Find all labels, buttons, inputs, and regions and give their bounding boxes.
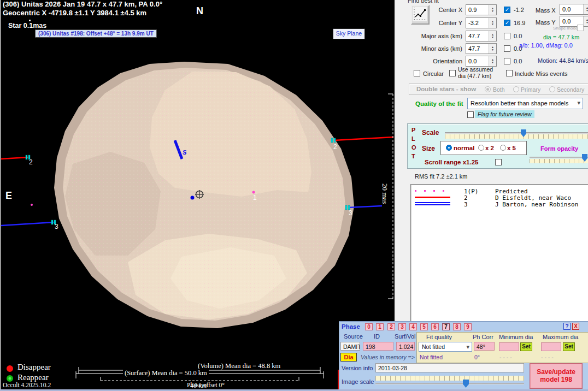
minor-axis-label: Minor axis (km)	[418, 45, 462, 52]
min-dia-swatch[interactable]	[499, 342, 519, 351]
chevron-down-icon: ▾	[466, 343, 469, 351]
set-max-dia-button[interactable]: Set	[563, 342, 575, 351]
center-y-checkbox[interactable]	[504, 20, 510, 26]
phase-button-9[interactable]: 9	[464, 323, 472, 330]
major-axis-spinner[interactable]: ▲▼	[489, 31, 496, 41]
flag-review-checkbox[interactable]	[467, 111, 474, 118]
fit-quality-dropdown[interactable]: Not fitted ▾	[419, 342, 472, 352]
double-primary-radio[interactable]	[513, 86, 519, 92]
orientation-input[interactable]: 0.0 ▲▼	[466, 56, 497, 67]
shape-model-checkbox[interactable]	[577, 25, 584, 31]
phase-button-2[interactable]: 2	[387, 323, 395, 330]
chord-2-left[interactable]	[1, 155, 30, 159]
scale-slider-track[interactable]	[445, 132, 588, 134]
set-min-dia-button[interactable]: Set	[520, 342, 532, 351]
phase-button-7[interactable]: 7	[442, 323, 450, 330]
observer-number: 3	[464, 201, 468, 208]
observer-list[interactable]: 1(P) Predicted 2 D Eisfeldt, near Waco 3…	[410, 184, 588, 321]
circular-checkbox[interactable]	[414, 70, 420, 76]
save-button-line2: model 198	[530, 376, 582, 383]
center-x-spinner[interactable]: ▲▼	[489, 5, 496, 15]
orientation-checkbox[interactable]	[504, 58, 510, 64]
minor-axis-spinner[interactable]: ▲▼	[489, 44, 496, 54]
version-info-field[interactable]: 2011-03-28	[375, 363, 524, 372]
occult-app-window: (306) Unitas 2026 Jan 19 47.7 x 47.7 km,…	[0, 0, 588, 391]
mass-x-input[interactable]: 0.0 ▲▼	[560, 4, 588, 15]
ph-corr-field[interactable]: 48°	[474, 342, 495, 351]
center-x-checkbox[interactable]	[504, 7, 510, 13]
double-primary-label: Primary	[521, 86, 540, 93]
predicted-center-dot	[252, 191, 255, 194]
predicted-line-sample	[415, 190, 450, 192]
observer-name: J Barton, near Robinson	[495, 201, 578, 208]
minor-axis-checkbox[interactable]	[504, 45, 510, 52]
shape-model-label: Shape model	[553, 26, 579, 31]
chord-1-label: 1	[253, 194, 257, 202]
minor-axis-input[interactable]: 47.7 ▲▼	[466, 43, 497, 54]
image-scale-label: Image scale	[342, 378, 374, 385]
chord2-line-sample	[415, 197, 450, 198]
chord-2-left-label: 2	[29, 158, 33, 166]
quality-dropdown[interactable]: Resolution better than shape models ▾	[467, 98, 583, 109]
max-dia-swatch[interactable]	[541, 342, 561, 351]
center-y-value: -3.2	[466, 18, 489, 28]
star-dot	[29, 20, 31, 21]
include-miss-checkbox[interactable]	[506, 70, 513, 76]
mass-x-spinner[interactable]: ▲▼	[583, 4, 588, 14]
orientation-value: 0.0	[466, 56, 489, 66]
list-item[interactable]: 1(P) Predicted	[411, 188, 588, 194]
list-item[interactable]: 2 D Eisfeldt, near Waco	[411, 194, 588, 201]
center-y-input[interactable]: -3.2 ▲▼	[466, 17, 497, 28]
circular-label: Circular	[423, 70, 444, 77]
double-secondary-radio[interactable]	[549, 86, 555, 92]
phase-button-6[interactable]: 6	[431, 323, 439, 330]
double-secondary-label: Secondary	[557, 86, 584, 93]
asteroid-plot-canvas	[1, 0, 396, 391]
mass-y-input[interactable]: 0.0 ▲▼	[560, 16, 588, 27]
image-scale-track[interactable]	[375, 383, 524, 384]
list-item[interactable]: 3 J Barton, near Robinson	[411, 201, 588, 208]
close-button[interactable]: X	[572, 323, 579, 330]
dia-button[interactable]: Dia	[340, 353, 357, 362]
volume-scale-label: (Volume) Mean dia = 48.8 km	[198, 362, 280, 370]
ph-corr-header: Ph Corr	[473, 334, 493, 340]
phase-button-8[interactable]: 8	[453, 323, 461, 330]
use-assumed-dia-checkbox[interactable]	[449, 70, 456, 76]
center-x-input[interactable]: 0.9 ▲▼	[466, 4, 497, 15]
save-update-model-button[interactable]: Save/update model 198	[530, 363, 583, 389]
form-opacity-track[interactable]	[530, 157, 588, 158]
double-both-radio[interactable]	[485, 86, 491, 92]
phase-button-1[interactable]: 1	[376, 323, 384, 330]
help-button[interactable]: ?	[563, 323, 571, 330]
plot-title: (306) Unitas 2026 Jan 19 47.7 x 47.7 km,…	[3, 0, 162, 8]
find-best-fit-title: Find best fit	[408, 0, 439, 4]
phase-button-0[interactable]: 0	[365, 323, 373, 330]
chord-2-right[interactable]	[331, 137, 393, 143]
size-x2-radio[interactable]	[478, 145, 484, 151]
mass-y-spinner[interactable]: ▲▼	[583, 16, 588, 26]
event-tooltip: (306) Unitas #198: Offset +48° = 13h 9.9…	[35, 29, 157, 38]
phase-button-5[interactable]: 5	[420, 323, 428, 330]
image-scale-thumb[interactable]	[463, 380, 469, 388]
size-normal-radio[interactable]	[446, 145, 452, 151]
major-axis-checkbox[interactable]	[504, 33, 510, 39]
memory-ph-corr: 0°	[474, 354, 480, 360]
phase-button-3[interactable]: 3	[398, 323, 406, 330]
ab-ratio-readout: a/b: 1.00, dMag: 0.0	[519, 42, 573, 49]
mass-x-value: 0.0	[560, 4, 583, 14]
form-opacity-label: Form opacity	[540, 145, 578, 152]
version-info-label: Version info	[342, 365, 373, 371]
center-y-spinner[interactable]: ▲▼	[489, 18, 496, 28]
chord-3-left[interactable]	[1, 220, 56, 226]
phase-button-4[interactable]: 4	[409, 323, 417, 330]
km-scale-bar	[101, 377, 299, 381]
sky-plane-button[interactable]: Sky Plane	[333, 28, 365, 39]
scroll-range-checkbox[interactable]	[495, 159, 502, 165]
model-id-field[interactable]: 198	[363, 342, 393, 351]
disappear-label: Disappear	[17, 363, 51, 372]
size-x5-radio[interactable]	[500, 145, 506, 151]
chord-3-left-label: 3	[55, 223, 58, 230]
surfvol-field[interactable]: 1.024	[396, 342, 415, 351]
major-axis-input[interactable]: 47.7 ▲▼	[466, 31, 497, 42]
orientation-spinner[interactable]: ▲▼	[489, 56, 496, 66]
